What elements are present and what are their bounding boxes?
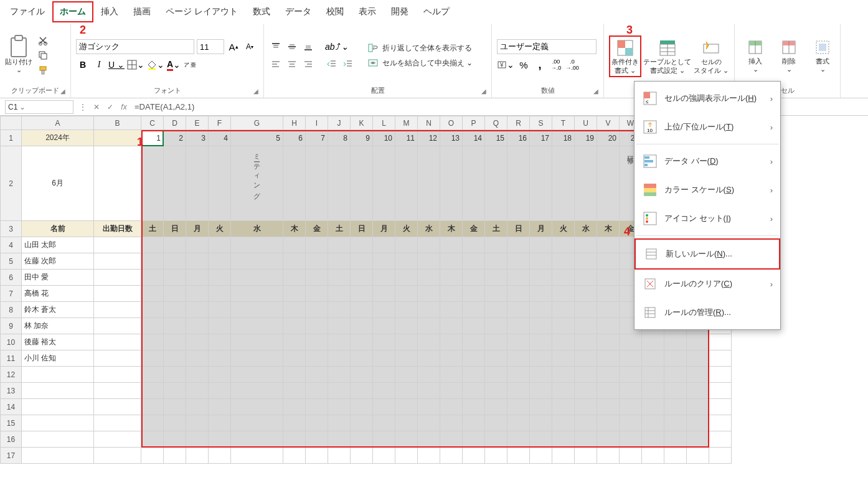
cell[interactable]: [373, 286, 395, 302]
format-painter-icon[interactable]: [37, 65, 49, 76]
row-header[interactable]: 7: [1, 286, 22, 302]
cell[interactable]: [575, 383, 597, 399]
cell[interactable]: [463, 415, 485, 431]
cell[interactable]: [231, 270, 283, 286]
cell[interactable]: [463, 431, 485, 448]
cell[interactable]: [418, 448, 440, 464]
dd-data-bars[interactable]: データ バー(D) ›: [634, 147, 780, 176]
cell[interactable]: [141, 448, 164, 464]
cell[interactable]: [552, 383, 575, 399]
cell[interactable]: [664, 334, 687, 350]
cell[interactable]: [552, 237, 575, 253]
cancel-icon[interactable]: ✕: [90, 100, 103, 114]
cell[interactable]: [575, 448, 597, 464]
cell[interactable]: 土: [328, 221, 351, 237]
cell[interactable]: [418, 237, 440, 253]
percent-icon[interactable]: %: [517, 58, 531, 72]
cell[interactable]: [530, 431, 552, 448]
cell[interactable]: [306, 431, 328, 448]
copy-icon[interactable]: [37, 50, 49, 61]
column-header[interactable]: K: [351, 116, 373, 130]
cell[interactable]: [575, 253, 597, 270]
row-header[interactable]: 9: [1, 318, 22, 334]
cell[interactable]: [709, 334, 732, 350]
cell[interactable]: [687, 448, 709, 464]
cell[interactable]: [186, 270, 209, 286]
cell[interactable]: [328, 399, 351, 415]
cell[interactable]: [597, 415, 620, 431]
cell[interactable]: [94, 146, 141, 221]
cell[interactable]: [709, 431, 732, 448]
row-header[interactable]: 16: [1, 431, 22, 448]
cell[interactable]: [507, 350, 530, 367]
cell[interactable]: 5: [231, 130, 283, 146]
cell[interactable]: [351, 237, 373, 253]
menu-pagelayout[interactable]: ページ レイアウト: [158, 1, 245, 22]
cell[interactable]: [485, 367, 507, 383]
column-header[interactable]: C: [141, 116, 164, 130]
cell[interactable]: [395, 146, 418, 221]
cell[interactable]: [463, 302, 485, 318]
cell[interactable]: 火: [209, 221, 231, 237]
cell[interactable]: [687, 350, 709, 367]
cell[interactable]: 2: [164, 130, 186, 146]
cell[interactable]: [186, 318, 209, 334]
cell[interactable]: [575, 415, 597, 431]
cell[interactable]: [283, 318, 306, 334]
menu-formulas[interactable]: 数式: [245, 1, 278, 22]
name-box[interactable]: C1⌄: [5, 100, 73, 114]
cell[interactable]: [209, 237, 231, 253]
cell[interactable]: 7: [306, 130, 328, 146]
cell[interactable]: [22, 399, 94, 415]
cell[interactable]: [642, 350, 664, 367]
cell[interactable]: [373, 302, 395, 318]
cell[interactable]: 木: [283, 221, 306, 237]
number-format-select[interactable]: [497, 39, 597, 54]
cell[interactable]: [597, 237, 620, 253]
cell[interactable]: [306, 383, 328, 399]
cell[interactable]: [186, 399, 209, 415]
row-header[interactable]: 8: [1, 302, 22, 318]
cell[interactable]: [373, 350, 395, 367]
cell[interactable]: [209, 350, 231, 367]
align-top-icon[interactable]: [269, 40, 283, 54]
cell[interactable]: [507, 448, 530, 464]
cell[interactable]: [283, 237, 306, 253]
cell[interactable]: [283, 350, 306, 367]
cell[interactable]: [328, 237, 351, 253]
cell[interactable]: [373, 431, 395, 448]
cell[interactable]: [687, 431, 709, 448]
cell[interactable]: [418, 415, 440, 431]
row-header[interactable]: 3: [1, 221, 22, 237]
cell[interactable]: [530, 383, 552, 399]
cell[interactable]: [485, 415, 507, 431]
row-header[interactable]: 6: [1, 270, 22, 286]
cell[interactable]: [373, 448, 395, 464]
cell[interactable]: [351, 318, 373, 334]
cut-icon[interactable]: [37, 35, 49, 46]
cell[interactable]: 月: [186, 221, 209, 237]
menu-file[interactable]: ファイル: [2, 1, 52, 22]
cell[interactable]: [94, 302, 141, 318]
cell[interactable]: [463, 367, 485, 383]
cell[interactable]: 1: [141, 130, 164, 146]
column-header[interactable]: A: [22, 116, 94, 130]
row-header[interactable]: 11: [1, 350, 22, 367]
cell[interactable]: [395, 302, 418, 318]
number-launcher[interactable]: ◢: [593, 88, 602, 96]
cell[interactable]: [709, 367, 732, 383]
cell[interactable]: [440, 415, 463, 431]
cell[interactable]: [664, 448, 687, 464]
cell[interactable]: [575, 237, 597, 253]
cell[interactable]: [283, 286, 306, 302]
cell[interactable]: [141, 431, 164, 448]
dd-color-scales[interactable]: カラー スケール(S) ›: [634, 176, 780, 204]
cell[interactable]: [575, 334, 597, 350]
cell[interactable]: [709, 350, 732, 367]
cell[interactable]: [209, 253, 231, 270]
cell[interactable]: [141, 302, 164, 318]
cell[interactable]: [485, 448, 507, 464]
increase-indent-icon[interactable]: [341, 57, 355, 71]
cell[interactable]: [440, 146, 463, 221]
cell[interactable]: [373, 415, 395, 431]
